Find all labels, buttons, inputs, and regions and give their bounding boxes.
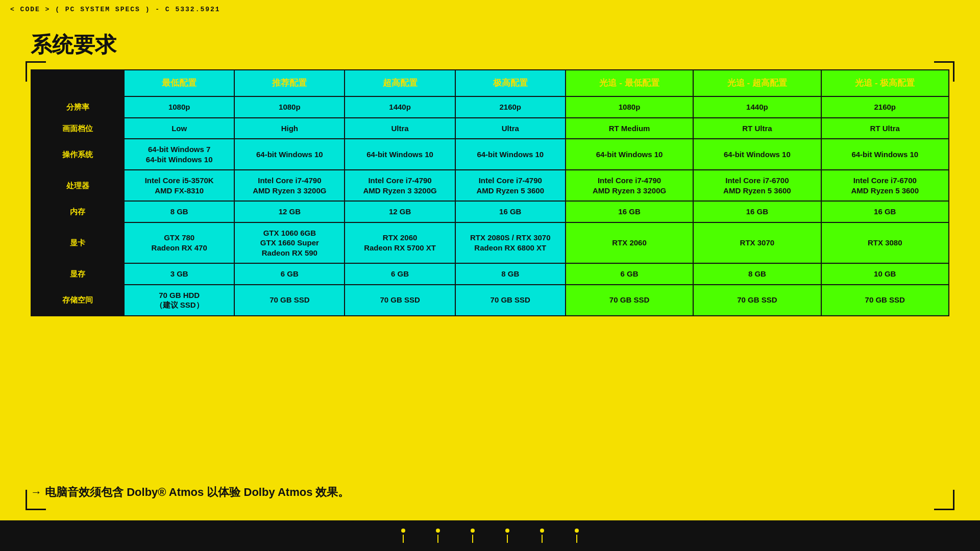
- cell-c1: Low: [124, 118, 234, 139]
- cell-c3: Intel Core i7-4790 AMD Ryzen 3 3200G: [345, 170, 455, 201]
- indicator-dot: [471, 529, 475, 533]
- indicator-bar: [403, 535, 404, 543]
- indicator-bar: [507, 535, 508, 543]
- page-title: 系统要求: [31, 31, 949, 59]
- table-row: 显卡GTX 780 Radeon RX 470GTX 1060 6GB GTX …: [31, 222, 949, 264]
- cell-c5: 16 GB: [566, 201, 693, 222]
- indicator-2: [436, 529, 440, 543]
- table-row: 分辨率1080p1080p1440p2160p1080p1440p2160p: [31, 96, 949, 118]
- cell-c2: 6 GB: [234, 263, 345, 285]
- cell-c5: RT Medium: [566, 118, 693, 139]
- indicator-4: [505, 529, 509, 543]
- header-col3: 超高配置: [345, 70, 455, 96]
- bottom-note: → 电脑音效须包含 Dolby® Atmos 以体验 Dolby Atmos 效…: [31, 485, 350, 500]
- table-row: 操作系统64-bit Windows 7 64-bit Windows 1064…: [31, 139, 949, 170]
- header-col5: 光追 - 最低配置: [566, 70, 693, 96]
- cell-c7: 2160p: [821, 96, 949, 118]
- table-row: 显存3 GB6 GB6 GB8 GB6 GB8 GB10 GB: [31, 263, 949, 285]
- cell-c4: Ultra: [455, 118, 566, 139]
- row-label: 操作系统: [31, 139, 124, 170]
- row-label: 存储空间: [31, 285, 124, 316]
- indicator-bar: [542, 535, 543, 543]
- indicator-1: [401, 529, 405, 543]
- row-label: 显卡: [31, 222, 124, 264]
- cell-c6: RT Ultra: [693, 118, 821, 139]
- table-row: 处理器Intel Core i5-3570K AMD FX-8310Intel …: [31, 170, 949, 201]
- header-col1: 最低配置: [124, 70, 234, 96]
- row-label: 内存: [31, 201, 124, 222]
- bottom-bar: [0, 520, 980, 551]
- main-content: 系统要求 最低配置 推荐配置 超高配置 极高配置 光追 - 最低配置 光追 - …: [31, 31, 949, 316]
- cell-c1: 3 GB: [124, 263, 234, 285]
- cell-c1: 64-bit Windows 7 64-bit Windows 10: [124, 139, 234, 170]
- header-col4: 极高配置: [455, 70, 566, 96]
- cell-c2: High: [234, 118, 345, 139]
- cell-c2: 1080p: [234, 96, 345, 118]
- indicator-dot: [505, 529, 509, 533]
- cell-c6: 1440p: [693, 96, 821, 118]
- cell-c3: 64-bit Windows 10: [345, 139, 455, 170]
- header-col7: 光追 - 极高配置: [821, 70, 949, 96]
- cell-c5: 70 GB SSD: [566, 285, 693, 316]
- row-label: 显存: [31, 263, 124, 285]
- cell-c1: 1080p: [124, 96, 234, 118]
- cell-c4: Intel Core i7-4790 AMD Ryzen 5 3600: [455, 170, 566, 201]
- cell-c1: Intel Core i5-3570K AMD FX-8310: [124, 170, 234, 201]
- cell-c4: RTX 2080S / RTX 3070 Radeon RX 6800 XT: [455, 222, 566, 264]
- cell-c4: 2160p: [455, 96, 566, 118]
- cell-c5: Intel Core i7-4790 AMD Ryzen 3 3200G: [566, 170, 693, 201]
- cell-c6: 64-bit Windows 10: [693, 139, 821, 170]
- indicator-bar: [472, 535, 473, 543]
- cell-c3: 6 GB: [345, 263, 455, 285]
- cell-c6: Intel Core i7-6700 AMD Ryzen 5 3600: [693, 170, 821, 201]
- cell-c2: 70 GB SSD: [234, 285, 345, 316]
- cell-c6: 70 GB SSD: [693, 285, 821, 316]
- header-empty: [31, 70, 124, 96]
- cell-c3: Ultra: [345, 118, 455, 139]
- cell-c1: GTX 780 Radeon RX 470: [124, 222, 234, 264]
- indicator-3: [471, 529, 475, 543]
- cell-c1: 70 GB HDD （建议 SSD）: [124, 285, 234, 316]
- top-bar-text: < CODE > ( PC SYSTEM SPECS ) - C 5332.59…: [10, 6, 220, 13]
- row-label: 画面档位: [31, 118, 124, 139]
- row-label: 分辨率: [31, 96, 124, 118]
- indicator-dot: [575, 529, 579, 533]
- indicator-dot: [401, 529, 405, 533]
- table-row: 画面档位LowHighUltraUltraRT MediumRT UltraRT…: [31, 118, 949, 139]
- cell-c7: 10 GB: [821, 263, 949, 285]
- cell-c4: 64-bit Windows 10: [455, 139, 566, 170]
- header-col2: 推荐配置: [234, 70, 345, 96]
- cell-c2: 64-bit Windows 10: [234, 139, 345, 170]
- cell-c6: 16 GB: [693, 201, 821, 222]
- cell-c5: 1080p: [566, 96, 693, 118]
- cell-c6: 8 GB: [693, 263, 821, 285]
- specs-table: 最低配置 推荐配置 超高配置 极高配置 光追 - 最低配置 光追 - 超高配置 …: [31, 69, 949, 316]
- indicator-dot: [540, 529, 544, 533]
- indicator-bar: [437, 535, 438, 543]
- corner-bracket-br: [934, 490, 954, 510]
- cell-c5: 64-bit Windows 10: [566, 139, 693, 170]
- indicator-5: [540, 529, 544, 543]
- indicator-dot: [436, 529, 440, 533]
- cell-c2: 12 GB: [234, 201, 345, 222]
- row-label: 处理器: [31, 170, 124, 201]
- indicator-6: [575, 529, 579, 543]
- header-col6: 光追 - 超高配置: [693, 70, 821, 96]
- cell-c3: 1440p: [345, 96, 455, 118]
- cell-c1: 8 GB: [124, 201, 234, 222]
- cell-c6: RTX 3070: [693, 222, 821, 264]
- cell-c2: GTX 1060 6GB GTX 1660 Super Radeon RX 59…: [234, 222, 345, 264]
- table-row: 内存8 GB12 GB12 GB16 GB16 GB16 GB16 GB: [31, 201, 949, 222]
- cell-c7: RTX 3080: [821, 222, 949, 264]
- cell-c5: RTX 2060: [566, 222, 693, 264]
- bottom-note-text: → 电脑音效须包含 Dolby® Atmos 以体验 Dolby Atmos 效…: [31, 486, 350, 498]
- cell-c5: 6 GB: [566, 263, 693, 285]
- top-bar: < CODE > ( PC SYSTEM SPECS ) - C 5332.59…: [0, 0, 980, 18]
- bottom-indicators: [401, 529, 579, 543]
- cell-c7: Intel Core i7-6700 AMD Ryzen 5 3600: [821, 170, 949, 201]
- cell-c7: 16 GB: [821, 201, 949, 222]
- indicator-bar: [576, 535, 577, 543]
- table-row: 存储空间70 GB HDD （建议 SSD）70 GB SSD70 GB SSD…: [31, 285, 949, 316]
- cell-c4: 16 GB: [455, 201, 566, 222]
- cell-c7: 64-bit Windows 10: [821, 139, 949, 170]
